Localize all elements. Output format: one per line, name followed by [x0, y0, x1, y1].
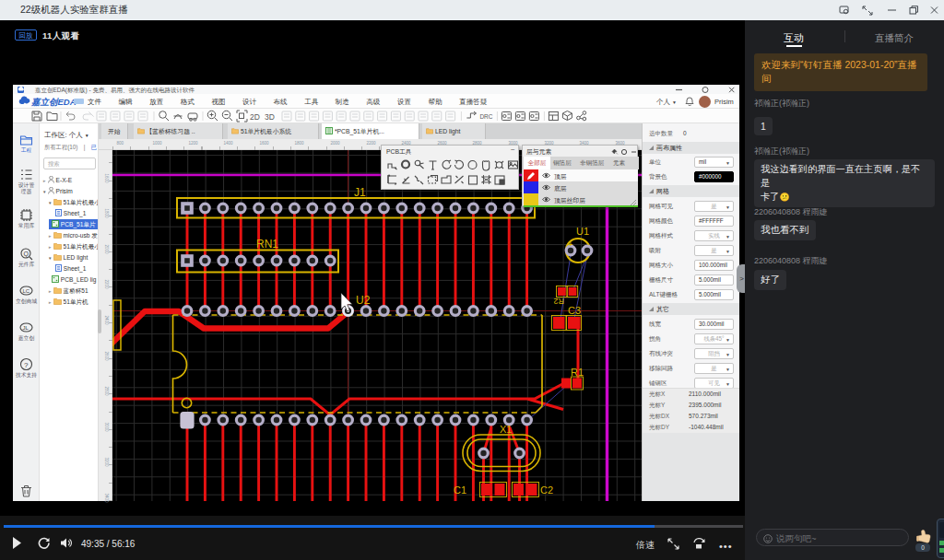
svg-text:3D: 3D — [265, 112, 275, 122]
svg-text:LC: LC — [23, 288, 30, 294]
svg-text:R2: R2 — [553, 297, 564, 306]
svg-text:C1: C1 — [454, 484, 466, 496]
svg-text:R1: R1 — [571, 367, 584, 378]
svg-text:嘉立创EDA: 嘉立创EDA — [31, 97, 77, 107]
svg-text:C3: C3 — [568, 305, 581, 316]
svg-text:+: + — [569, 240, 573, 249]
svg-text:J1: J1 — [354, 186, 366, 199]
svg-text:C2: C2 — [540, 484, 553, 496]
svg-text:X1: X1 — [500, 424, 512, 435]
svg-text:?: ? — [24, 361, 29, 369]
svg-text:U1: U1 — [576, 226, 589, 237]
svg-text:DRC: DRC — [479, 113, 492, 120]
svg-text:2D: 2D — [250, 112, 260, 122]
svg-text:JL: JL — [23, 325, 30, 331]
svg-text:Q: Q — [24, 251, 30, 258]
svg-text:RN1: RN1 — [256, 238, 278, 251]
svg-text:U2: U2 — [356, 294, 371, 307]
